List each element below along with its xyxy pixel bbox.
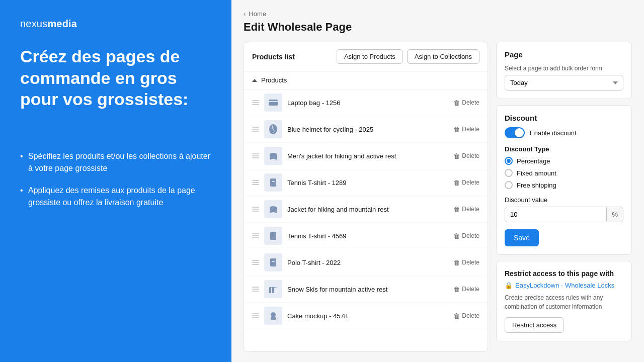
discount-type-group: Percentage Fixed amount Free shipping [505,157,623,189]
product-name: Cake mockup - 4578 [287,312,448,320]
easylockdown-link[interactable]: 🔒 EasyLockdown - Wholesale Locks [505,282,623,289]
discount-card: Discount Enable discount Discount Type P… [496,105,632,255]
trash-icon: 🗑 [453,126,460,133]
trash-icon: 🗑 [453,99,460,107]
list-item: Jacket for hiking and mountain rest 🗑 De… [244,196,488,223]
bullet-item-1: Spécifiez les produits et/ou les collect… [20,150,211,174]
delete-button[interactable]: 🗑 Delete [453,232,479,240]
restrict-access-card: Restrict access to this page with 🔒 Easy… [496,261,632,341]
radio-circle-percentage [505,157,513,165]
main-row: Products list Asign to Products Asign to… [244,42,632,352]
delete-button[interactable]: 🗑 Delete [453,206,479,213]
breadcrumb-arrow-icon: ‹ [244,10,246,18]
svg-point-9 [271,312,276,317]
breadcrumb-home-link[interactable]: Home [249,10,266,18]
drag-handle[interactable] [252,153,259,158]
list-item: Tennis T-shirt - 1289 🗑 Delete [244,169,488,196]
product-image [264,280,282,298]
trash-icon: 🗑 [453,312,460,320]
radio-fixed-amount[interactable]: Fixed amount [505,169,623,177]
discount-value-label: Discount value [505,196,623,204]
trash-icon: 🗑 [453,286,460,293]
discount-card-title: Discount [505,114,623,122]
discount-value-input[interactable] [505,207,606,222]
drag-handle[interactable] [252,260,259,265]
restrict-card-title: Restrict access to this page with [505,269,623,278]
product-name: Tennis T-shirt - 4569 [287,232,448,240]
delete-button[interactable]: 🗑 Delete [453,286,479,293]
delete-button[interactable]: 🗑 Delete [453,179,479,187]
page-select[interactable]: Today Yesterday Last 7 days [505,75,623,90]
product-image [264,227,282,245]
list-item: Men's jacket for hiking and active rest … [244,143,488,169]
page-title: Edit Wholesale Page [244,21,632,34]
enable-discount-toggle[interactable] [505,127,525,138]
delete-button[interactable]: 🗑 Delete [453,126,479,133]
svg-rect-10 [271,317,276,320]
delete-button[interactable]: 🗑 Delete [453,99,479,107]
svg-rect-4 [270,232,276,240]
product-name: Laptop bag - 1256 [287,99,448,107]
trash-icon: 🗑 [453,179,460,187]
products-section-label: Products [261,76,287,84]
svg-rect-2 [270,178,276,187]
discount-suffix: % [606,207,623,222]
delete-button[interactable]: 🗑 Delete [453,259,479,266]
product-name: Men's jacket for hiking and active rest [287,152,448,160]
product-image [264,147,282,165]
hero-headline: Créez des pages de commande en gros pour… [20,46,211,110]
radio-free-shipping[interactable]: Free shipping [505,181,623,189]
list-item: Tennis T-shirt - 4569 🗑 Delete [244,223,488,249]
list-item: Polo T-shirt - 2022 🗑 Delete [244,249,488,276]
product-name: Snow Skis for mountain active rest [287,286,448,293]
brand-prefix: nexus [20,18,47,29]
radio-percentage[interactable]: Percentage [505,157,623,165]
drag-handle[interactable] [252,127,259,132]
assign-collections-button[interactable]: Asign to Collections [407,49,479,64]
radio-circle-free-shipping [505,181,513,189]
trash-icon: 🗑 [453,206,460,213]
bullet-list: Spécifiez les produits et/ou les collect… [20,150,211,209]
svg-rect-5 [270,258,276,266]
page-card-title: Page [505,50,623,59]
product-image [264,94,282,112]
products-section-header: Products [244,71,488,89]
discount-value-field: % [505,207,623,222]
svg-rect-8 [272,287,274,293]
toggle-row: Enable discount [505,127,623,138]
product-image [264,200,282,218]
page-card: Page Select a page to add bulk order for… [496,42,632,99]
product-image [264,307,282,325]
list-item: Snow Skis for mountain active rest 🗑 Del… [244,276,488,303]
products-panel: Products list Asign to Products Asign to… [244,42,488,352]
delete-button[interactable]: 🗑 Delete [453,152,479,160]
assign-products-button[interactable]: Asign to Products [337,49,403,64]
bullet-item-2: Appliquez des remises aux produits de la… [20,185,211,209]
drag-handle[interactable] [252,180,259,185]
brand-logo: nexusmedia [20,18,211,30]
chevron-up-icon[interactable] [252,79,257,82]
header-buttons: Asign to Products Asign to Collections [337,49,479,64]
drag-handle[interactable] [252,207,259,212]
product-name: Tennis T-shirt - 1289 [287,179,448,187]
list-item: Laptop bag - 1256 🗑 Delete [244,89,488,116]
breadcrumb: ‹ Home [244,10,632,18]
right-sidebar: Page Select a page to add bulk order for… [496,42,632,352]
drag-handle[interactable] [252,287,259,292]
select-label: Select a page to add bulk order form [505,65,623,72]
lock-icon: 🔒 [505,282,513,289]
drag-handle[interactable] [252,313,259,318]
restrict-access-button[interactable]: Restrict access [505,317,564,333]
radio-circle-fixed [505,169,513,177]
drag-handle[interactable] [252,233,259,238]
delete-button[interactable]: 🗑 Delete [453,312,479,320]
brand-suffix: media [47,18,77,29]
drag-handle[interactable] [252,100,259,105]
discount-type-label: Discount Type [505,145,623,153]
product-name: Polo T-shirt - 2022 [287,259,448,266]
svg-rect-0 [269,100,278,106]
save-button[interactable]: Save [505,229,539,246]
products-list-label: Products list [252,53,295,61]
products-header: Products list Asign to Products Asign to… [244,42,488,71]
list-item: Cake mockup - 4578 🗑 Delete [244,303,488,329]
